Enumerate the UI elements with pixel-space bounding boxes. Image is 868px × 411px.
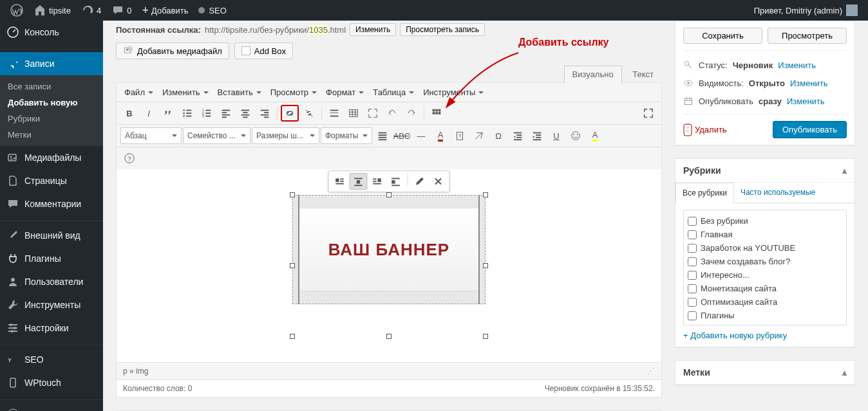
clear-format-button[interactable] <box>470 127 488 144</box>
menu-plugins[interactable]: Плагины <box>0 247 103 270</box>
indent-button[interactable] <box>528 127 546 144</box>
unlink-button[interactable] <box>300 105 318 122</box>
align-right-button[interactable] <box>256 105 274 122</box>
bold-button[interactable]: B <box>120 105 138 122</box>
ul-button[interactable] <box>178 105 196 122</box>
justify-button[interactable] <box>373 127 392 144</box>
seo-menu[interactable]: SEO <box>193 0 231 21</box>
collapse-menu[interactable]: Свернуть меню <box>0 403 103 411</box>
category-list[interactable]: Без рубрики Главная Заработок на YOUTUBE… <box>683 210 847 325</box>
category-item[interactable]: Без рубрики <box>688 214 842 228</box>
menu-tools[interactable]: Инструменты <box>419 85 487 100</box>
img-edit[interactable] <box>411 173 429 190</box>
tab-text[interactable]: Текст <box>624 66 662 82</box>
toggle-toolbar-button[interactable] <box>428 105 446 122</box>
user-greeting[interactable]: Привет, Dmitriy (admin) <box>749 0 863 21</box>
img-align-right[interactable] <box>368 173 386 190</box>
font-family-select[interactable]: Семейство ... <box>183 127 250 144</box>
textcolor-button[interactable]: A <box>431 127 449 144</box>
img-align-center[interactable] <box>350 173 368 190</box>
resize-handle[interactable] <box>290 263 295 268</box>
sub-add-new[interactable]: Добавить новую <box>0 95 103 111</box>
category-item[interactable]: Оптимизация сайта <box>688 295 842 309</box>
category-item[interactable]: Зачем создавать блог? <box>688 255 842 268</box>
element-path[interactable]: p » img <box>123 367 148 376</box>
menu-dashboard[interactable]: Консоль <box>0 21 103 44</box>
add-category-link[interactable]: + Добавить новую рубрику <box>683 331 847 340</box>
menu-view[interactable]: Просмотр <box>267 85 321 100</box>
blockquote-button[interactable] <box>159 105 177 122</box>
italic-button[interactable]: I <box>140 105 158 122</box>
resize-handle[interactable] <box>386 334 392 339</box>
img-remove[interactable] <box>429 173 448 190</box>
menu-posts[interactable]: Записи <box>0 52 103 75</box>
category-item[interactable]: Плагины <box>688 309 842 322</box>
img-align-left[interactable] <box>331 173 349 190</box>
outdent-button[interactable] <box>509 127 527 144</box>
img-align-none[interactable] <box>387 173 405 190</box>
resize-handle[interactable] <box>483 334 488 339</box>
paste-text-button[interactable]: T <box>451 127 469 144</box>
menu-users[interactable]: Пользователи <box>0 270 103 293</box>
menu-format[interactable]: Формат <box>322 85 368 100</box>
resize-handle-icon[interactable]: ⋰ <box>647 367 655 376</box>
toggle-icon[interactable]: ▴ <box>842 165 847 176</box>
resize-handle[interactable] <box>290 334 295 339</box>
edit-schedule-link[interactable]: Изменить <box>787 96 825 106</box>
permalink-edit-button[interactable]: Изменить <box>350 23 396 36</box>
resize-handle[interactable] <box>290 192 295 197</box>
align-center-button[interactable] <box>236 105 254 122</box>
ol-button[interactable]: 123 <box>198 105 216 122</box>
resize-handle[interactable] <box>483 263 488 268</box>
cat-tab-all[interactable]: Все рубрики <box>675 183 734 203</box>
selected-image[interactable]: ВАШ БАННЕР <box>292 195 486 336</box>
fullscreen-button[interactable] <box>364 105 382 122</box>
menu-edit[interactable]: Изменить <box>158 85 212 100</box>
comments-count[interactable]: 0 <box>106 0 137 21</box>
tab-visual[interactable]: Визуально <box>564 66 622 83</box>
align-left-button[interactable] <box>217 105 235 122</box>
menu-insert[interactable]: Вставить <box>214 85 265 100</box>
menu-settings[interactable]: Настройки <box>0 316 103 340</box>
menu-appearance[interactable]: Внешний вид <box>0 224 103 247</box>
distraction-free-button[interactable] <box>639 105 657 122</box>
emoticon-button[interactable] <box>567 127 585 144</box>
category-item[interactable]: Главная <box>688 228 842 241</box>
preview-button[interactable]: Просмотреть <box>768 28 847 44</box>
add-media-button[interactable]: Добавить медиафайл <box>116 42 229 59</box>
menu-tools[interactable]: Инструменты <box>0 293 103 316</box>
menu-table[interactable]: Таблица <box>369 85 418 100</box>
editor-canvas[interactable]: ВАШ БАННЕР <box>117 169 661 362</box>
strikethrough-button[interactable]: ABC <box>393 127 411 144</box>
menu-pages[interactable]: Страницы <box>0 169 103 192</box>
edit-visibility-link[interactable]: Изменить <box>790 78 828 88</box>
delete-link[interactable]: Удалить <box>683 123 727 136</box>
permalink-view-button[interactable]: Просмотреть запись <box>400 23 485 36</box>
site-name[interactable]: tipsite <box>28 0 76 21</box>
add-box-button[interactable]: Add Box <box>234 42 293 59</box>
wp-logo[interactable] <box>5 0 28 21</box>
special-char-button[interactable]: Ω <box>489 127 507 144</box>
resize-handle[interactable] <box>483 192 488 197</box>
backcolor-button[interactable]: A <box>586 127 604 144</box>
publish-button[interactable]: Опубликовать <box>773 121 847 138</box>
font-size-select[interactable]: Размеры ш... <box>252 127 319 144</box>
link-button[interactable] <box>281 105 299 122</box>
toggle-icon[interactable]: ▴ <box>842 367 847 378</box>
menu-wptouch[interactable]: WPtouch <box>0 371 103 394</box>
menu-seo[interactable]: YSEO <box>0 348 103 371</box>
menu-media[interactable]: Медиафайлы <box>0 146 103 169</box>
edit-status-link[interactable]: Изменить <box>778 60 816 70</box>
underline-button[interactable]: U <box>547 127 565 144</box>
paragraph-select[interactable]: Абзац <box>120 127 182 144</box>
help-button[interactable]: ? <box>120 150 138 167</box>
save-draft-button[interactable]: Сохранить <box>683 28 762 44</box>
hr-button[interactable]: — <box>412 127 430 144</box>
resize-handle[interactable] <box>386 192 392 197</box>
table-button[interactable] <box>344 105 363 122</box>
sub-tags[interactable]: Метки <box>0 127 103 143</box>
more-button[interactable] <box>325 105 343 122</box>
menu-comments[interactable]: Комментарии <box>0 192 103 215</box>
category-item[interactable]: Монетизация сайта <box>688 282 842 295</box>
undo-button[interactable] <box>383 105 401 122</box>
